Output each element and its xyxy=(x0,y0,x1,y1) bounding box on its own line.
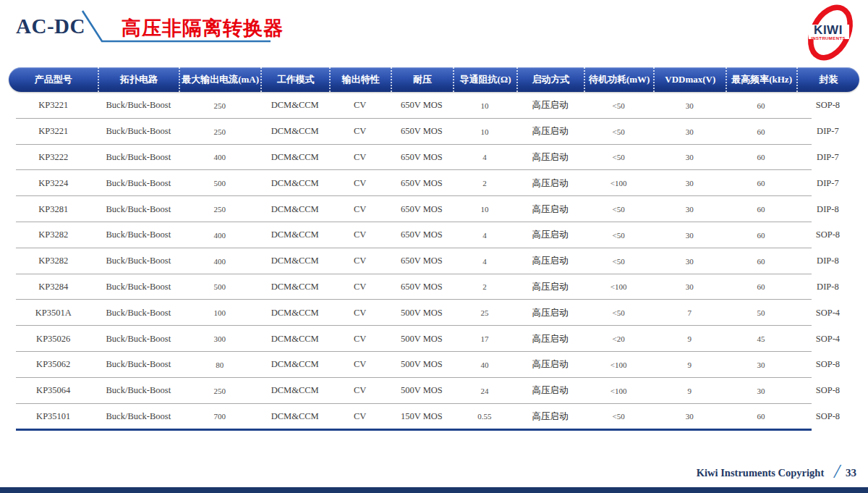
table-cell: 50 xyxy=(726,308,796,317)
table-cell: 60 xyxy=(726,412,796,421)
table-cell: Buck/Buck-Boost xyxy=(98,359,179,370)
table-cell: Buck/Buck-Boost xyxy=(98,126,179,137)
table-cell: 7 xyxy=(653,308,726,317)
table-cell: CV xyxy=(329,100,391,111)
table-row: KP3282Buck/Buck-Boost400DCM&CCMCV650V MO… xyxy=(9,248,859,274)
table-cell: 4 xyxy=(453,231,516,240)
table-cell: <50 xyxy=(584,231,653,240)
table-cell: KP3221 xyxy=(9,100,98,111)
table-cell: 高压启动 xyxy=(516,99,584,111)
column-header: 耐压 xyxy=(391,67,453,92)
table-cell: 250 xyxy=(179,127,260,136)
table-cell: 650V MOS xyxy=(391,282,453,292)
table-row: KP35101Buck/Buck-Boost700DCM&CCMCV150V M… xyxy=(9,404,859,430)
table-cell: CV xyxy=(329,126,391,137)
table-cell: SOP-8 xyxy=(796,359,859,370)
table-cell: 650V MOS xyxy=(391,229,453,240)
column-header: 输出特性 xyxy=(329,67,391,92)
table-cell: 400 xyxy=(179,231,260,240)
table-cell: 高压启动 xyxy=(516,203,584,216)
table-cell: 60 xyxy=(726,153,796,161)
footer-slash: / xyxy=(834,461,840,481)
table-cell: Buck/Buck-Boost xyxy=(98,308,179,319)
table-cell: SOP-4 xyxy=(796,308,859,319)
table-cell: 高压启动 xyxy=(516,333,584,345)
table-cell: KP3281 xyxy=(9,204,98,215)
table-cell: 9 xyxy=(653,387,726,395)
table-cell: 30 xyxy=(726,361,796,369)
column-header: 工作模式 xyxy=(260,67,329,92)
table-cell: DCM&CCM xyxy=(260,178,329,189)
table-row: KP3501ABuck/Buck-Boost100DCM&CCMCV500V M… xyxy=(9,300,859,326)
table-cell: 4 xyxy=(453,153,516,161)
table-cell: KP35101 xyxy=(9,411,98,422)
column-header: 封装 xyxy=(796,67,859,92)
table-cell: 25 xyxy=(453,308,516,317)
table-cell: CV xyxy=(329,178,391,189)
table-cell: 150V MOS xyxy=(391,411,453,422)
footer: Kiwi Instruments Copyright / 33 xyxy=(697,463,856,483)
table-cell: 10 xyxy=(453,205,516,214)
copyright-text: Kiwi Instruments Copyright xyxy=(697,467,824,479)
table-cell: Buck/Buck-Boost xyxy=(98,229,179,240)
table-cell: 700 xyxy=(179,412,260,421)
table-cell: 高压启动 xyxy=(516,125,584,138)
category-label: AC-DC xyxy=(16,14,85,38)
table-cell: 500V MOS xyxy=(391,334,453,345)
table-cell: 500V MOS xyxy=(391,308,453,319)
table-cell: KP3284 xyxy=(9,282,98,292)
table-cell: KP3222 xyxy=(9,152,98,163)
table-cell: 250 xyxy=(179,205,260,214)
column-header: 待机功耗(mW) xyxy=(584,67,653,92)
table-cell: 高压启动 xyxy=(516,358,584,371)
table-row: KP3222Buck/Buck-Boost400DCM&CCMCV650V MO… xyxy=(9,145,859,171)
page-number: 33 xyxy=(846,467,856,479)
logo-subtitle-text: INSTRUMENTS xyxy=(811,36,846,41)
table-cell: 17 xyxy=(453,334,516,343)
table-cell: 4 xyxy=(453,257,516,266)
table-cell: Buck/Buck-Boost xyxy=(98,178,179,189)
table-cell: Buck/Buck-Boost xyxy=(98,152,179,163)
column-header: VDDmax(V) xyxy=(653,67,726,92)
table-cell: CV xyxy=(329,256,391,266)
kiwi-logo-icon: KIWI INSTRUMENTS xyxy=(796,1,862,64)
table-cell: DIP-7 xyxy=(796,152,859,163)
column-header: 拓扑电路 xyxy=(98,67,179,92)
table-row: KP3282Buck/Buck-Boost400DCM&CCMCV650V MO… xyxy=(9,222,859,248)
column-header: 导通阻抗(Ω) xyxy=(453,67,516,92)
table-cell: CV xyxy=(329,204,391,215)
slide: AC-DC 高压非隔离转换器 KIWI INSTRUMENTS 产品型号拓扑电路… xyxy=(0,0,868,493)
table-header-row: 产品型号拓扑电路最大输出电流(mA)工作模式输出特性耐压导通阻抗(Ω)启动方式待… xyxy=(9,67,859,92)
table-cell: DCM&CCM xyxy=(260,229,329,240)
table-cell: CV xyxy=(329,385,391,396)
table-row: KP3281Buck/Buck-Boost250DCM&CCMCV650V MO… xyxy=(9,196,859,222)
table-cell: 高压启动 xyxy=(516,255,584,267)
table-cell: DIP-8 xyxy=(796,282,859,292)
table-row: KP35064Buck/Buck-Boost250DCM&CCMCV500V M… xyxy=(9,378,859,404)
table-cell: SOP-8 xyxy=(796,229,859,240)
table-cell: 2 xyxy=(453,282,516,291)
table-cell: <100 xyxy=(584,387,653,395)
table-cell: DIP-7 xyxy=(796,178,859,189)
table-cell: KP35062 xyxy=(9,359,98,370)
table-cell: CV xyxy=(329,308,391,319)
table-row: KP3221Buck/Buck-Boost250DCM&CCMCV650V MO… xyxy=(9,119,859,145)
table-cell: DCM&CCM xyxy=(260,204,329,215)
table-cell: 60 xyxy=(726,205,796,214)
table-cell: DCM&CCM xyxy=(260,308,329,319)
table-cell: 高压启动 xyxy=(516,151,584,164)
table-cell: KP3282 xyxy=(9,229,98,240)
table-cell: 300 xyxy=(179,334,260,343)
table-cell: <100 xyxy=(584,179,653,187)
logo-brand-text: KIWI xyxy=(814,23,843,37)
column-header: 最大输出电流(mA) xyxy=(179,67,260,92)
table-cell: 650V MOS xyxy=(391,126,453,137)
table-cell: 500V MOS xyxy=(391,385,453,396)
page-title: 高压非隔离转换器 xyxy=(122,15,284,41)
table-cell: 60 xyxy=(726,127,796,136)
table-cell: 30 xyxy=(653,127,726,136)
table-cell: <50 xyxy=(584,257,653,266)
table-cell: 60 xyxy=(726,257,796,266)
table-cell: KP3282 xyxy=(9,256,98,266)
table-cell: 10 xyxy=(453,101,516,110)
